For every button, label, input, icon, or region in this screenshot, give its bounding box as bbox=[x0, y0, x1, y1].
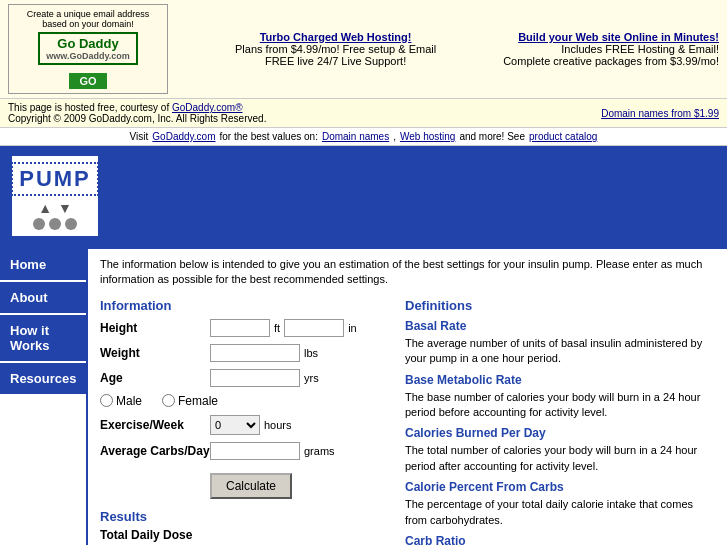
calculate-button[interactable]: Calculate bbox=[210, 473, 292, 499]
sidebar: Home About How it Works Resources bbox=[0, 249, 88, 545]
height-ft-unit: ft bbox=[274, 322, 280, 334]
pump-arrows: ▲ ▼ bbox=[38, 200, 72, 216]
left-column: Information Height ft in Weight lbs bbox=[100, 298, 391, 545]
exercise-row: Exercise/Week 0 1 2 3 4 5 6 7 hours bbox=[100, 415, 391, 435]
female-radio-label[interactable]: Female bbox=[162, 394, 218, 408]
logo-bar: PUMP ▲ ▼ Calculator bbox=[0, 146, 727, 246]
domain-names-link[interactable]: Domain names from $1.99 bbox=[601, 108, 719, 119]
def-calories-burned-title: Calories Burned Per Day bbox=[405, 426, 715, 440]
weight-unit: lbs bbox=[304, 347, 318, 359]
height-ft-input[interactable] bbox=[210, 319, 270, 337]
pump-logo: PUMP ▲ ▼ bbox=[10, 154, 100, 238]
intro-text: The information below is intended to giv… bbox=[100, 257, 715, 288]
results-title: Results bbox=[100, 509, 391, 524]
godaddy-go-button[interactable]: GO bbox=[69, 73, 106, 89]
carbs-input[interactable] bbox=[210, 442, 300, 460]
banner-middle-line2: FREE live 24/7 Live Support! bbox=[178, 55, 493, 67]
banner-middle-line1: Plans from $4.99/mo! Free setup & Email bbox=[178, 43, 493, 55]
weight-input[interactable] bbox=[210, 344, 300, 362]
height-row: Height ft in bbox=[100, 319, 391, 337]
age-input[interactable] bbox=[210, 369, 300, 387]
male-radio[interactable] bbox=[100, 394, 113, 407]
calculator-title: Calculator bbox=[110, 156, 409, 236]
visit-text3: and more! See bbox=[459, 131, 525, 142]
gender-row: Male Female bbox=[100, 394, 391, 408]
pump-circle-2 bbox=[49, 218, 61, 230]
carbs-row: Average Carbs/Day grams bbox=[100, 442, 391, 460]
height-label: Height bbox=[100, 321, 210, 335]
weight-row: Weight lbs bbox=[100, 344, 391, 362]
height-in-unit: in bbox=[348, 322, 357, 334]
web-hosting-link[interactable]: Web hosting bbox=[400, 131, 455, 142]
visit-text: Visit bbox=[130, 131, 149, 142]
definitions-title: Definitions bbox=[405, 298, 715, 313]
def-calories-burned-text: The total number of calories your body w… bbox=[405, 443, 715, 474]
carbs-unit: grams bbox=[304, 445, 335, 457]
build-website-link[interactable]: Build your Web site Online in Minutes! bbox=[518, 31, 719, 43]
exercise-label: Exercise/Week bbox=[100, 418, 210, 432]
pump-circle-1 bbox=[33, 218, 45, 230]
banner-right-line2: Complete creative packages from $3.99/mo… bbox=[503, 55, 719, 67]
def-calorie-percent-title: Calorie Percent From Carbs bbox=[405, 480, 715, 494]
product-catalog-link[interactable]: product catalog bbox=[529, 131, 597, 142]
hosting-bar-left: This page is hosted free, courtesy of Go… bbox=[8, 102, 266, 124]
banner-middle: Turbo Charged Web Hosting! Plans from $4… bbox=[178, 31, 493, 67]
pump-circle-3 bbox=[65, 218, 77, 230]
top-banner: Create a unique email address based on y… bbox=[0, 0, 727, 99]
godaddy-logo-text: Go Daddy www.GoDaddy.com bbox=[38, 32, 138, 65]
age-label: Age bbox=[100, 371, 210, 385]
male-radio-label[interactable]: Male bbox=[100, 394, 142, 408]
up-arrow-icon: ▲ bbox=[38, 200, 52, 216]
age-row: Age yrs bbox=[100, 369, 391, 387]
godaddy-link[interactable]: GoDaddy.com® bbox=[172, 102, 243, 113]
visit-bar: Visit GoDaddy.com for the best values on… bbox=[0, 128, 727, 146]
weight-label: Weight bbox=[100, 346, 210, 360]
hosting-bar-right: Domain names from $1.99 bbox=[601, 108, 719, 119]
female-radio[interactable] bbox=[162, 394, 175, 407]
def-bmr-text: The base number of calories your body wi… bbox=[405, 390, 715, 421]
banner-right: Build your Web site Online in Minutes! I… bbox=[503, 31, 719, 67]
hosting-bar-text: This page is hosted free, courtesy of bbox=[8, 102, 169, 113]
def-basal-rate-title: Basal Rate bbox=[405, 319, 715, 333]
age-unit: yrs bbox=[304, 372, 319, 384]
pump-circles bbox=[33, 218, 77, 230]
hosting-bar: This page is hosted free, courtesy of Go… bbox=[0, 99, 727, 128]
godaddy-ad-text: Create a unique email address based on y… bbox=[15, 9, 161, 29]
main-layout: Home About How it Works Resources The in… bbox=[0, 246, 727, 545]
def-calorie-percent-text: The percentage of your total daily calor… bbox=[405, 497, 715, 528]
height-in-input[interactable] bbox=[284, 319, 344, 337]
sidebar-item-home[interactable]: Home bbox=[0, 249, 86, 280]
male-label: Male bbox=[116, 394, 142, 408]
def-bmr-title: Base Metabolic Rate bbox=[405, 373, 715, 387]
content-area: The information below is intended to giv… bbox=[88, 249, 727, 545]
carbs-label: Average Carbs/Day bbox=[100, 444, 210, 458]
right-column: Definitions Basal Rate The average numbe… bbox=[405, 298, 715, 545]
sidebar-item-about[interactable]: About bbox=[0, 282, 86, 313]
down-arrow-icon: ▼ bbox=[58, 200, 72, 216]
exercise-unit: hours bbox=[264, 419, 292, 431]
sidebar-item-resources[interactable]: Resources bbox=[0, 363, 86, 394]
def-basal-rate-text: The average number of units of basal ins… bbox=[405, 336, 715, 367]
godaddy-ad-box: Create a unique email address based on y… bbox=[8, 4, 168, 94]
banner-right-line1: Includes FREE Hosting & Email! bbox=[503, 43, 719, 55]
visit-godaddy-link[interactable]: GoDaddy.com bbox=[152, 131, 215, 142]
female-label: Female bbox=[178, 394, 218, 408]
sidebar-item-how-it-works[interactable]: How it Works bbox=[0, 315, 86, 361]
copyright-text: Copyright © 2009 GoDaddy.com, Inc. All R… bbox=[8, 113, 266, 124]
def-carb-ratio-title: Carb Ratio bbox=[405, 534, 715, 545]
pump-text: PUMP bbox=[11, 162, 99, 196]
visit-text2: for the best values on: bbox=[220, 131, 318, 142]
turbo-hosting-link[interactable]: Turbo Charged Web Hosting! bbox=[260, 31, 412, 43]
content-columns: Information Height ft in Weight lbs bbox=[100, 298, 715, 545]
total-daily-dose-label: Total Daily Dose bbox=[100, 528, 391, 542]
domain-names-link2[interactable]: Domain names bbox=[322, 131, 389, 142]
information-title: Information bbox=[100, 298, 391, 313]
exercise-select[interactable]: 0 1 2 3 4 5 6 7 bbox=[210, 415, 260, 435]
